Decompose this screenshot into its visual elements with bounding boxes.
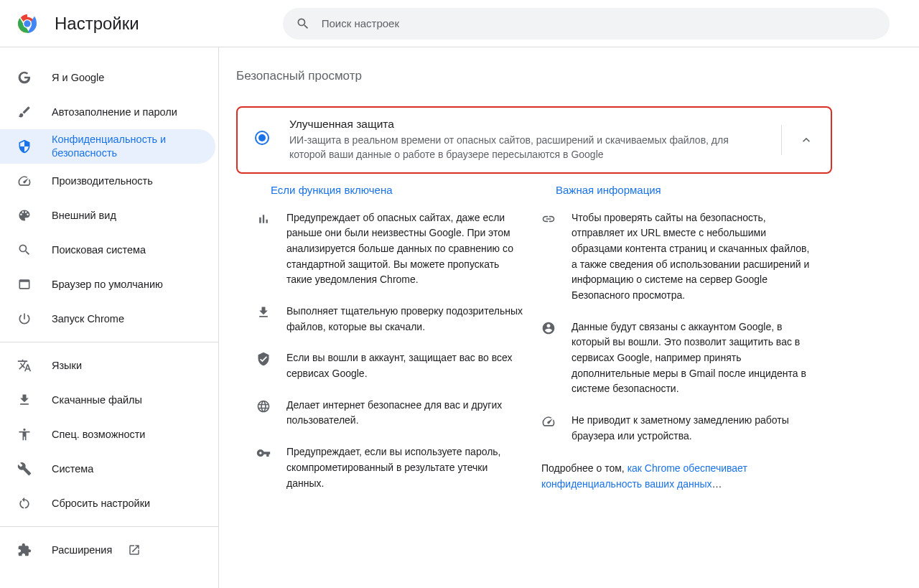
info-item: Предупреждает об опасных сайтах, даже ес… xyxy=(256,210,527,288)
column-enabled: Если функция включена Предупреждает об о… xyxy=(256,184,527,508)
shield-icon xyxy=(17,139,32,154)
info-item: Предупреждает, если вы используете парол… xyxy=(256,444,527,491)
radio-desc: ИИ-защита в реальном времени от опасных … xyxy=(289,133,767,162)
extension-icon xyxy=(17,543,32,557)
divider xyxy=(0,342,218,342)
sidebar-item-label: Я и Google xyxy=(52,71,104,85)
info-text: Не приводит к заметному замедлению работ… xyxy=(572,413,812,444)
reset-icon xyxy=(17,496,32,510)
divider xyxy=(0,526,218,527)
shield-check-icon xyxy=(256,352,271,366)
expand-toggle[interactable] xyxy=(781,125,813,155)
sidebar-item-system[interactable]: Система xyxy=(0,452,215,486)
sidebar-item-label: Запуск Chrome xyxy=(52,312,124,326)
sidebar-item-label: Сбросить настройки xyxy=(52,497,150,510)
page-title: Настройки xyxy=(55,14,139,34)
external-link-icon xyxy=(128,543,141,556)
palette-icon xyxy=(17,208,32,223)
info-item: Выполняет тщательную проверку подозрител… xyxy=(256,304,527,335)
footer-suffix: … xyxy=(712,478,722,490)
download-icon xyxy=(17,393,32,407)
search-input[interactable] xyxy=(322,17,877,29)
sidebar-item-label: Автозаполнение и пароли xyxy=(52,106,177,119)
sidebar-item-me-google[interactable]: Я и Google xyxy=(0,60,215,95)
info-item: Если вы вошли в аккаунт, защищает вас во… xyxy=(256,350,527,381)
search-icon xyxy=(296,17,310,31)
sidebar-item-label: Скачанные файлы xyxy=(52,393,142,407)
search-bar[interactable] xyxy=(283,8,890,39)
sidebar-item-label: Внешний вид xyxy=(52,209,116,223)
bar-chart-icon xyxy=(256,212,271,226)
layout: Я и Google Автозаполнение и пароли Конфи… xyxy=(0,47,919,588)
link-icon xyxy=(541,212,556,226)
sidebar-item-autofill[interactable]: Автозаполнение и пароли xyxy=(0,95,215,129)
column-important: Важная информация Чтобы проверять сайты … xyxy=(541,184,812,508)
wrench-icon xyxy=(17,462,32,476)
speed-icon xyxy=(541,414,556,429)
radio-button[interactable] xyxy=(255,131,269,145)
chrome-logo-icon xyxy=(16,12,39,35)
power-icon xyxy=(17,312,32,326)
sidebar-item-privacy[interactable]: Конфиденциальность и безопасность xyxy=(0,129,215,164)
sidebar-item-default-browser[interactable]: Браузер по умолчанию xyxy=(0,267,215,302)
sidebar-item-accessibility[interactable]: Спец. возможности xyxy=(0,417,215,452)
sidebar-item-downloads[interactable]: Скачанные файлы xyxy=(0,383,215,417)
sidebar-item-label: Система xyxy=(52,462,93,476)
download-icon xyxy=(256,305,271,319)
sidebar-item-reset[interactable]: Сбросить настройки xyxy=(0,486,215,521)
info-item: Чтобы проверять сайты на безопасность, о… xyxy=(541,210,812,304)
browser-icon xyxy=(17,277,32,291)
column-heading: Если функция включена xyxy=(256,184,527,196)
info-text: Данные будут связаны с аккаунтом Google,… xyxy=(572,319,812,397)
google-g-icon xyxy=(17,70,32,85)
key-icon xyxy=(256,446,271,460)
person-icon xyxy=(541,321,556,335)
sidebar-item-performance[interactable]: Производительность xyxy=(0,164,215,198)
sidebar-item-extensions[interactable]: Расширения xyxy=(0,533,215,567)
sidebar-item-label: Языки xyxy=(52,359,82,373)
svg-point-2 xyxy=(24,20,30,27)
info-text: Выполняет тщательную проверку подозрител… xyxy=(286,304,527,335)
column-heading: Важная информация xyxy=(541,184,812,196)
sidebar-item-label: Спец. возможности xyxy=(52,428,145,442)
content: Безопасный просмотр Улучшенная защита ИИ… xyxy=(218,47,919,588)
key-icon xyxy=(17,105,32,119)
search-icon xyxy=(17,243,32,257)
info-item: Данные будут связаны с аккаунтом Google,… xyxy=(541,319,812,397)
info-item: Делает интернет безопаснее для вас и дру… xyxy=(256,398,527,429)
info-text: Чтобы проверять сайты на безопасность, о… xyxy=(572,210,812,304)
radio-content: Улучшенная защита ИИ-защита в реальном в… xyxy=(289,118,767,162)
sidebar-item-label: Расширения xyxy=(52,543,112,557)
radio-title: Улучшенная защита xyxy=(289,118,767,131)
sidebar-item-label: Производительность xyxy=(52,174,153,188)
info-text: Делает интернет безопаснее для вас и дру… xyxy=(286,398,527,429)
details-columns: Если функция включена Предупреждает об о… xyxy=(236,184,832,508)
header: Настройки xyxy=(0,0,919,47)
footer-prefix: Подробнее о том, xyxy=(541,462,628,474)
sidebar-item-label: Конфиденциальность и безопасность xyxy=(52,133,198,160)
info-text: Предупреждает, если вы используете парол… xyxy=(286,444,527,491)
info-text: Предупреждает об опасных сайтах, даже ес… xyxy=(286,210,527,288)
sidebar-item-languages[interactable]: Языки xyxy=(0,348,215,383)
radio-enhanced-protection[interactable]: Улучшенная защита ИИ-защита в реальном в… xyxy=(236,106,832,174)
footer-text: Подробнее о том, как Chrome обеспечивает… xyxy=(541,460,812,493)
language-icon xyxy=(17,358,32,373)
chevron-up-icon xyxy=(799,133,813,147)
sidebar-item-search-engine[interactable]: Поисковая система xyxy=(0,233,215,267)
info-item: Не приводит к заметному замедлению работ… xyxy=(541,413,812,444)
sidebar: Я и Google Автозаполнение и пароли Конфи… xyxy=(0,47,218,588)
info-text: Если вы вошли в аккаунт, защищает вас во… xyxy=(286,350,527,381)
sidebar-item-label: Поисковая система xyxy=(52,243,146,257)
speed-icon xyxy=(17,174,32,188)
sidebar-item-startup[interactable]: Запуск Chrome xyxy=(0,302,215,336)
globe-icon xyxy=(256,399,271,414)
section-title: Безопасный просмотр xyxy=(236,69,919,83)
sidebar-item-appearance[interactable]: Внешний вид xyxy=(0,198,215,233)
accessibility-icon xyxy=(17,427,32,442)
sidebar-item-label: Браузер по умолчанию xyxy=(52,278,163,291)
